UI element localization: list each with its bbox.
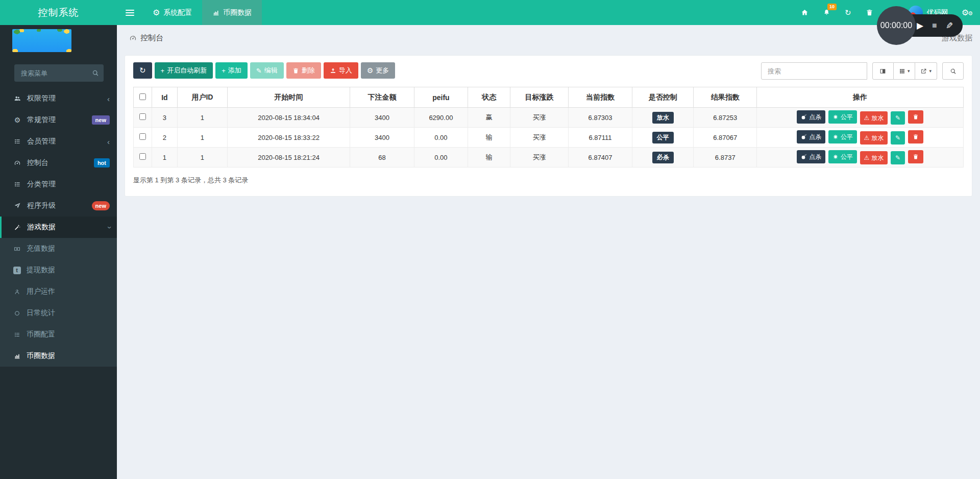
sidebar-item-withdraw-data[interactable]: t 提现数据: [0, 259, 117, 281]
refresh-button[interactable]: ↻: [133, 62, 152, 79]
cell-status: 赢: [468, 108, 510, 128]
tab-system-config[interactable]: ⚙ 系统配置: [142, 0, 202, 25]
search-icon: [950, 68, 957, 75]
row-delete-button[interactable]: [908, 110, 923, 124]
search-button[interactable]: [942, 62, 964, 80]
fair-button[interactable]: 公平: [828, 110, 857, 124]
record-stop-button[interactable]: ■: [932, 21, 937, 30]
sidebar-item-user-operation[interactable]: 用户运作: [0, 281, 117, 302]
gear-icon: ⚙: [153, 9, 160, 17]
import-button[interactable]: 导入: [324, 62, 358, 79]
gauge-icon: [129, 34, 137, 42]
sidebar: 权限管理 ‹ ⚙ 常规管理 new 会员管理 ‹ 控制台 hot 分类管理 程序…: [0, 25, 117, 479]
cell-user-id: 1: [178, 148, 228, 167]
cog-small-icon: ⚙: [968, 10, 973, 17]
page-title: 控制台: [140, 33, 163, 43]
cell-target: 买涨: [510, 148, 569, 167]
sidebar-item-daily-stats[interactable]: 日常统计: [0, 302, 117, 324]
plus-icon: +: [222, 67, 226, 75]
bar-chart-icon: [12, 352, 21, 360]
cell-id: 3: [152, 108, 177, 128]
cell-bet-amount: 3400: [350, 108, 414, 128]
table-row: 1 1 2020-08-15 18:21:24 68 0.00 输 买涨 6.8…: [134, 148, 964, 167]
add-button[interactable]: +添加: [215, 62, 248, 79]
pencil-icon: ✎: [946, 21, 953, 31]
sidebar-item-label: 日常统计: [27, 308, 55, 318]
tab-label: 币圈数据: [223, 8, 252, 17]
select-all-checkbox[interactable]: [139, 93, 146, 100]
home-button[interactable]: [794, 0, 816, 25]
control-badge: 公平: [652, 132, 674, 143]
fair-button[interactable]: 公平: [828, 130, 857, 143]
sidebar-search-input[interactable]: [14, 64, 104, 82]
kill-button[interactable]: 点杀: [797, 150, 825, 163]
col-status: 状态: [468, 87, 510, 108]
sidebar-item-game-data[interactable]: 游戏数据 ‹: [0, 217, 117, 238]
cell-target: 买涨: [510, 108, 569, 128]
sidebar-item-categories[interactable]: 分类管理: [0, 174, 117, 195]
kill-button[interactable]: 点杀: [797, 110, 825, 124]
t-square-icon: t: [12, 266, 21, 274]
edit-button[interactable]: ✎编辑: [250, 62, 284, 79]
row-checkbox[interactable]: [139, 153, 146, 160]
more-button[interactable]: ⚙更多: [361, 62, 396, 79]
col-peifu: peifu: [414, 87, 468, 108]
pencil-icon: ✎: [256, 67, 262, 75]
grid-icon: [899, 68, 905, 75]
sidebar-item-general[interactable]: ⚙ 常规管理 new: [0, 109, 117, 131]
row-checkbox[interactable]: [139, 133, 146, 140]
row-edit-button[interactable]: ✎: [891, 111, 905, 125]
cell-current-index: 6.87303: [568, 108, 632, 128]
kill-button[interactable]: 点杀: [797, 130, 825, 143]
cell-current-index: 6.87111: [568, 128, 632, 148]
drain-button[interactable]: ⚠放水: [860, 111, 888, 125]
bar-chart-icon: [212, 9, 219, 16]
record-play-button[interactable]: ▶: [917, 21, 923, 30]
sidebar-item-console[interactable]: 控制台 hot: [0, 152, 117, 174]
warning-icon: ⚠: [864, 134, 870, 141]
row-delete-button[interactable]: [908, 130, 923, 143]
sidebar-item-coin-data[interactable]: 币圈数据: [0, 345, 117, 367]
sidebar-item-members[interactable]: 会员管理 ‹: [0, 131, 117, 152]
sidebar-item-recharge-data[interactable]: 充值数据: [0, 238, 117, 259]
cell-start-time: 2020-08-15 18:33:22: [227, 128, 350, 148]
fan-icon: [832, 114, 839, 120]
top-navbar: 控制系统 ⚙ 系统配置 币圈数据 10 ↻ 优码网: [0, 0, 980, 25]
sidebar-submenu: 充值数据 t 提现数据 用户运作 日常统计 币圈配置 币圈数据: [0, 238, 117, 367]
detail-view-button[interactable]: [872, 62, 894, 80]
row-edit-button[interactable]: ✎: [891, 131, 905, 145]
fair-button[interactable]: 公平: [828, 150, 857, 163]
refresh-page-button[interactable]: ↻: [838, 0, 859, 25]
button-label: 删除: [302, 66, 315, 75]
recorder-timer[interactable]: 00:00:00: [877, 6, 916, 45]
drain-button[interactable]: ⚠放水: [860, 131, 888, 145]
row-checkbox[interactable]: [139, 113, 146, 120]
row-delete-button[interactable]: [908, 150, 923, 163]
trash-icon: [866, 9, 873, 16]
trash-icon: [913, 154, 919, 160]
table-search-input[interactable]: [761, 62, 867, 80]
record-edit-button[interactable]: ✎: [946, 21, 953, 30]
notifications-button[interactable]: 10: [816, 0, 838, 25]
tab-coin-data[interactable]: 币圈数据: [202, 0, 262, 25]
table-card: ↻ +开启自动刷新 +添加 ✎编辑 删除 导入 ⚙更多: [125, 55, 972, 197]
table-header-row: Id 用户ID 开始时间 下注金额 peifu 状态 目标涨跌 当前指数 是否控…: [134, 87, 964, 108]
sidebar-item-permissions[interactable]: 权限管理 ‹: [0, 88, 117, 109]
row-edit-button[interactable]: ✎: [891, 151, 905, 164]
col-current-index: 当前指数: [568, 87, 632, 108]
sidebar-toggle-button[interactable]: [117, 0, 142, 25]
drain-button[interactable]: ⚠放水: [860, 151, 888, 164]
delete-button[interactable]: 删除: [286, 62, 321, 79]
sidebar-item-coin-config[interactable]: 币圈配置: [0, 324, 117, 345]
auto-refresh-button[interactable]: +开启自动刷新: [155, 62, 213, 79]
columns-button[interactable]: ▾: [894, 62, 916, 80]
bomb-icon: [801, 154, 807, 160]
new-badge: new: [92, 115, 110, 125]
export-button[interactable]: ▾: [915, 62, 937, 80]
new-badge: new: [92, 201, 110, 210]
users-icon: [13, 94, 22, 103]
sidebar-item-label: 币圈数据: [27, 351, 55, 361]
sidebar-item-upgrade[interactable]: 程序升级 new: [0, 195, 117, 217]
bomb-icon: [801, 134, 807, 140]
rocket-icon: [13, 202, 22, 210]
